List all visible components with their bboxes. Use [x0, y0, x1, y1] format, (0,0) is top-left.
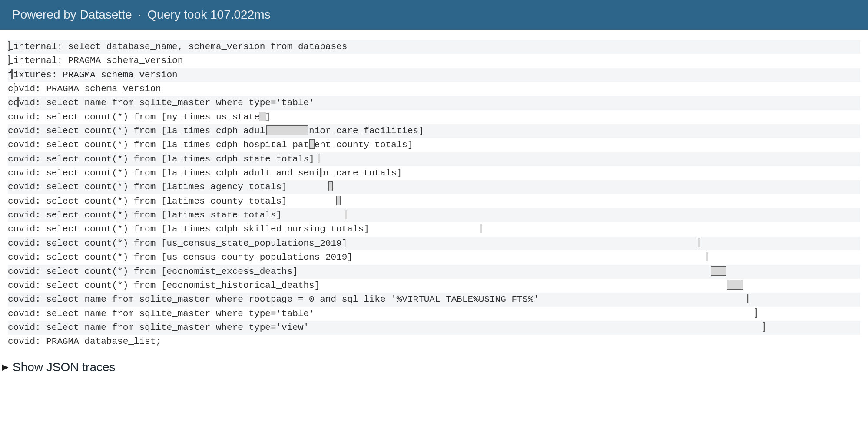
- trace-row: covid: select count(*) from [us_census_c…: [8, 250, 860, 264]
- query-time-text: Query took 107.022ms: [147, 8, 270, 22]
- trace-row: covid: select count(*) from [latimes_age…: [8, 180, 860, 194]
- powered-by-text: Powered by Datasette: [12, 8, 132, 22]
- trace-duration-bar: [755, 308, 757, 318]
- trace-text: covid: select count(*) from [latimes_sta…: [8, 210, 282, 220]
- trace-row: fixtures: PRAGMA schema_version: [8, 68, 860, 82]
- trace-row: covid: select count(*) from [latimes_sta…: [8, 208, 860, 222]
- trace-duration-bar: [480, 224, 482, 233]
- trace-text: covid: select count(*) from [la_times_cd…: [8, 168, 402, 178]
- trace-text: covid: select count(*) from [la_times_cd…: [8, 154, 315, 164]
- trace-row: covid: select count(*) from [la_times_cd…: [8, 138, 860, 152]
- trace-duration-bar: [328, 181, 333, 191]
- trace-row: _internal: PRAGMA schema_version: [8, 54, 860, 68]
- trace-text: covid: select count(*) from [la_times_cd…: [8, 126, 424, 136]
- trace-text: covid: select count(*) from [economist_e…: [8, 267, 298, 277]
- trace-text: covid: select count(*) from [economist_h…: [8, 280, 320, 290]
- trace-row: covid: select count(*) from [us_census_s…: [8, 237, 860, 250]
- trace-text: covid: select count(*) from [us_census_c…: [8, 252, 353, 262]
- trace-list: _internal: select database_name, schema_…: [8, 40, 860, 349]
- trace-text: covid: select count(*) from [latimes_cou…: [8, 196, 287, 206]
- trace-row: covid: select count(*) from [economist_h…: [8, 279, 860, 293]
- trace-row: covid: select count(*) from [la_times_cd…: [8, 166, 860, 180]
- trace-duration-bar: [14, 83, 15, 93]
- trace-text: covid: select name from sqlite_master wh…: [8, 294, 539, 304]
- powered-by-prefix: Powered by: [12, 8, 80, 21]
- trace-text: covid: select name from sqlite_master wh…: [8, 309, 315, 319]
- trace-text: covid: select count(*) from [la_times_cd…: [8, 140, 413, 150]
- footer-header-bar: Powered by Datasette · Query took 107.02…: [0, 0, 868, 30]
- trace-text: _internal: PRAGMA schema_version: [8, 56, 183, 66]
- trace-text: covid: select name from sqlite_master wh…: [8, 98, 315, 108]
- trace-row: covid: select name from sqlite_master wh…: [8, 307, 860, 321]
- trace-duration-bar: [8, 41, 10, 51]
- trace-text: covid: select count(*) from [us_census_s…: [8, 238, 347, 248]
- trace-row: covid: select name from sqlite_master wh…: [8, 321, 860, 335]
- datasette-link[interactable]: Datasette: [80, 8, 132, 21]
- trace-row: covid: select count(*) from [ny_times_us…: [8, 110, 860, 124]
- trace-duration-bar: [711, 266, 726, 276]
- trace-text: covid: select count(*) from [ny_times_us…: [8, 112, 271, 122]
- trace-duration-bar: [727, 280, 743, 290]
- trace-duration-bar: [706, 252, 708, 261]
- trace-duration-bar: [11, 69, 13, 79]
- trace-duration-bar: [318, 154, 320, 163]
- trace-row: covid: select name from sqlite_master wh…: [8, 96, 860, 110]
- disclosure-triangle-icon: ▶: [2, 362, 8, 372]
- trace-duration-bar: [345, 210, 347, 219]
- trace-row: covid: select count(*) from [la_times_cd…: [8, 152, 860, 166]
- trace-duration-bar: [320, 168, 322, 177]
- trace-duration-bar: [309, 139, 315, 149]
- trace-row: covid: PRAGMA database_list;: [8, 335, 860, 349]
- trace-text: covid: select count(*) from [la_times_cd…: [8, 224, 369, 234]
- trace-text: _internal: select database_name, schema_…: [8, 42, 347, 52]
- trace-duration-bar: [698, 238, 700, 247]
- trace-text: covid: select name from sqlite_master wh…: [8, 323, 309, 333]
- trace-row: covid: select count(*) from [la_times_cd…: [8, 124, 860, 138]
- trace-text: fixtures: PRAGMA schema_version: [8, 70, 178, 80]
- trace-duration-bar: [266, 125, 308, 135]
- trace-row: covid: select count(*) from [latimes_cou…: [8, 194, 860, 208]
- trace-duration-bar: [747, 294, 749, 303]
- show-json-traces-toggle[interactable]: ▶ Show JSON traces: [2, 360, 866, 374]
- trace-duration-bar: [763, 322, 765, 332]
- separator-dot: ·: [138, 8, 142, 22]
- trace-text: covid: PRAGMA database_list;: [8, 336, 161, 346]
- show-json-traces-label: Show JSON traces: [13, 360, 116, 374]
- trace-row: covid: select name from sqlite_master wh…: [8, 293, 860, 306]
- trace-text: covid: select count(*) from [latimes_age…: [8, 182, 287, 192]
- trace-row: covid: select count(*) from [economist_e…: [8, 265, 860, 279]
- trace-row: _internal: select database_name, schema_…: [8, 40, 860, 54]
- trace-row: covid: PRAGMA schema_version: [8, 82, 860, 96]
- trace-duration-bar: [8, 55, 10, 65]
- trace-row: covid: select count(*) from [la_times_cd…: [8, 222, 860, 236]
- trace-duration-bar: [259, 112, 266, 121]
- trace-duration-bar: [336, 196, 341, 205]
- trace-duration-bar: [17, 97, 19, 107]
- trace-text: covid: PRAGMA schema_version: [8, 84, 161, 94]
